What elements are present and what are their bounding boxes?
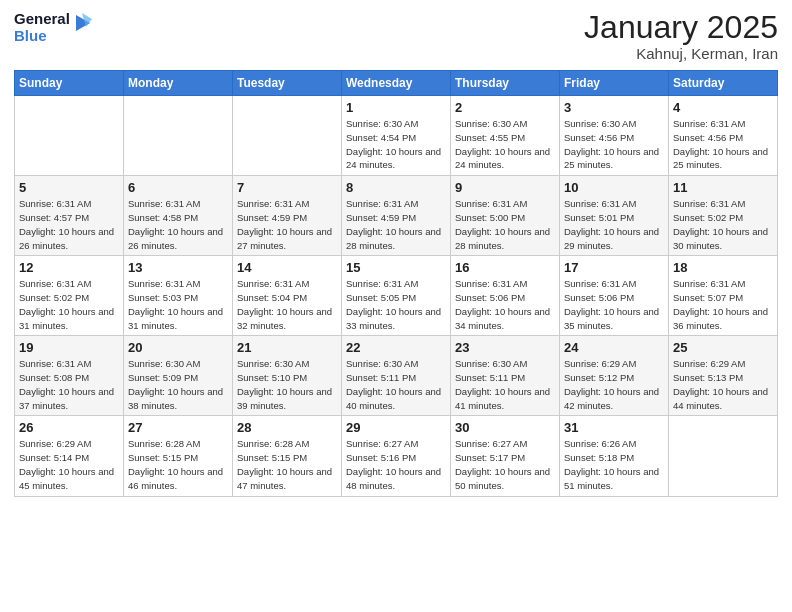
day-number: 1: [346, 100, 446, 115]
col-monday: Monday: [124, 71, 233, 96]
table-row: 21 Sunrise: 6:30 AMSunset: 5:10 PMDaylig…: [233, 336, 342, 416]
day-number: 22: [346, 340, 446, 355]
day-info: Sunrise: 6:31 AMSunset: 4:56 PMDaylight:…: [673, 117, 773, 172]
col-thursday: Thursday: [451, 71, 560, 96]
calendar-week-row: 19 Sunrise: 6:31 AMSunset: 5:08 PMDaylig…: [15, 336, 778, 416]
day-info: Sunrise: 6:31 AMSunset: 5:01 PMDaylight:…: [564, 197, 664, 252]
day-number: 13: [128, 260, 228, 275]
calendar-week-row: 5 Sunrise: 6:31 AMSunset: 4:57 PMDayligh…: [15, 176, 778, 256]
day-number: 16: [455, 260, 555, 275]
table-row: 18 Sunrise: 6:31 AMSunset: 5:07 PMDaylig…: [669, 256, 778, 336]
day-info: Sunrise: 6:30 AMSunset: 4:56 PMDaylight:…: [564, 117, 664, 172]
table-row: [15, 96, 124, 176]
day-number: 3: [564, 100, 664, 115]
day-info: Sunrise: 6:31 AMSunset: 5:02 PMDaylight:…: [673, 197, 773, 252]
table-row: 1 Sunrise: 6:30 AMSunset: 4:54 PMDayligh…: [342, 96, 451, 176]
day-info: Sunrise: 6:27 AMSunset: 5:17 PMDaylight:…: [455, 437, 555, 492]
col-friday: Friday: [560, 71, 669, 96]
table-row: 13 Sunrise: 6:31 AMSunset: 5:03 PMDaylig…: [124, 256, 233, 336]
location: Kahnuj, Kerman, Iran: [584, 45, 778, 62]
day-info: Sunrise: 6:31 AMSunset: 5:00 PMDaylight:…: [455, 197, 555, 252]
day-number: 10: [564, 180, 664, 195]
day-info: Sunrise: 6:30 AMSunset: 5:09 PMDaylight:…: [128, 357, 228, 412]
table-row: 9 Sunrise: 6:31 AMSunset: 5:00 PMDayligh…: [451, 176, 560, 256]
day-info: Sunrise: 6:29 AMSunset: 5:14 PMDaylight:…: [19, 437, 119, 492]
day-info: Sunrise: 6:31 AMSunset: 5:03 PMDaylight:…: [128, 277, 228, 332]
day-number: 26: [19, 420, 119, 435]
day-info: Sunrise: 6:29 AMSunset: 5:12 PMDaylight:…: [564, 357, 664, 412]
day-number: 7: [237, 180, 337, 195]
day-number: 30: [455, 420, 555, 435]
table-row: 31 Sunrise: 6:26 AMSunset: 5:18 PMDaylig…: [560, 416, 669, 496]
calendar-page: General Blue January 2025 Kahnuj, Kerman…: [0, 0, 792, 612]
day-info: Sunrise: 6:29 AMSunset: 5:13 PMDaylight:…: [673, 357, 773, 412]
day-number: 9: [455, 180, 555, 195]
table-row: 25 Sunrise: 6:29 AMSunset: 5:13 PMDaylig…: [669, 336, 778, 416]
day-info: Sunrise: 6:30 AMSunset: 4:55 PMDaylight:…: [455, 117, 555, 172]
month-title: January 2025: [584, 10, 778, 45]
table-row: 14 Sunrise: 6:31 AMSunset: 5:04 PMDaylig…: [233, 256, 342, 336]
day-info: Sunrise: 6:31 AMSunset: 5:07 PMDaylight:…: [673, 277, 773, 332]
day-number: 19: [19, 340, 119, 355]
table-row: 20 Sunrise: 6:30 AMSunset: 5:09 PMDaylig…: [124, 336, 233, 416]
table-row: 2 Sunrise: 6:30 AMSunset: 4:55 PMDayligh…: [451, 96, 560, 176]
day-info: Sunrise: 6:31 AMSunset: 5:05 PMDaylight:…: [346, 277, 446, 332]
day-info: Sunrise: 6:30 AMSunset: 5:10 PMDaylight:…: [237, 357, 337, 412]
day-info: Sunrise: 6:31 AMSunset: 5:08 PMDaylight:…: [19, 357, 119, 412]
table-row: 3 Sunrise: 6:30 AMSunset: 4:56 PMDayligh…: [560, 96, 669, 176]
day-number: 27: [128, 420, 228, 435]
table-row: [233, 96, 342, 176]
day-number: 15: [346, 260, 446, 275]
calendar-week-row: 12 Sunrise: 6:31 AMSunset: 5:02 PMDaylig…: [15, 256, 778, 336]
logo: General Blue: [14, 10, 94, 45]
day-info: Sunrise: 6:31 AMSunset: 4:59 PMDaylight:…: [237, 197, 337, 252]
day-info: Sunrise: 6:31 AMSunset: 4:58 PMDaylight:…: [128, 197, 228, 252]
table-row: 11 Sunrise: 6:31 AMSunset: 5:02 PMDaylig…: [669, 176, 778, 256]
header-row: Sunday Monday Tuesday Wednesday Thursday…: [15, 71, 778, 96]
day-number: 4: [673, 100, 773, 115]
col-sunday: Sunday: [15, 71, 124, 96]
day-number: 28: [237, 420, 337, 435]
day-number: 21: [237, 340, 337, 355]
table-row: 28 Sunrise: 6:28 AMSunset: 5:15 PMDaylig…: [233, 416, 342, 496]
day-info: Sunrise: 6:31 AMSunset: 5:02 PMDaylight:…: [19, 277, 119, 332]
table-row: 5 Sunrise: 6:31 AMSunset: 4:57 PMDayligh…: [15, 176, 124, 256]
day-info: Sunrise: 6:28 AMSunset: 5:15 PMDaylight:…: [237, 437, 337, 492]
col-tuesday: Tuesday: [233, 71, 342, 96]
table-row: [124, 96, 233, 176]
title-area: January 2025 Kahnuj, Kerman, Iran: [584, 10, 778, 62]
table-row: 7 Sunrise: 6:31 AMSunset: 4:59 PMDayligh…: [233, 176, 342, 256]
day-number: 24: [564, 340, 664, 355]
day-info: Sunrise: 6:30 AMSunset: 5:11 PMDaylight:…: [346, 357, 446, 412]
day-number: 12: [19, 260, 119, 275]
day-number: 17: [564, 260, 664, 275]
day-info: Sunrise: 6:31 AMSunset: 5:04 PMDaylight:…: [237, 277, 337, 332]
table-row: 30 Sunrise: 6:27 AMSunset: 5:17 PMDaylig…: [451, 416, 560, 496]
table-row: 26 Sunrise: 6:29 AMSunset: 5:14 PMDaylig…: [15, 416, 124, 496]
calendar-week-row: 26 Sunrise: 6:29 AMSunset: 5:14 PMDaylig…: [15, 416, 778, 496]
day-info: Sunrise: 6:31 AMSunset: 5:06 PMDaylight:…: [564, 277, 664, 332]
table-row: 15 Sunrise: 6:31 AMSunset: 5:05 PMDaylig…: [342, 256, 451, 336]
table-row: 17 Sunrise: 6:31 AMSunset: 5:06 PMDaylig…: [560, 256, 669, 336]
day-info: Sunrise: 6:31 AMSunset: 5:06 PMDaylight:…: [455, 277, 555, 332]
day-number: 25: [673, 340, 773, 355]
table-row: 23 Sunrise: 6:30 AMSunset: 5:11 PMDaylig…: [451, 336, 560, 416]
table-row: [669, 416, 778, 496]
table-row: 27 Sunrise: 6:28 AMSunset: 5:15 PMDaylig…: [124, 416, 233, 496]
day-info: Sunrise: 6:26 AMSunset: 5:18 PMDaylight:…: [564, 437, 664, 492]
day-number: 5: [19, 180, 119, 195]
day-info: Sunrise: 6:27 AMSunset: 5:16 PMDaylight:…: [346, 437, 446, 492]
calendar-week-row: 1 Sunrise: 6:30 AMSunset: 4:54 PMDayligh…: [15, 96, 778, 176]
day-info: Sunrise: 6:31 AMSunset: 4:59 PMDaylight:…: [346, 197, 446, 252]
table-row: 6 Sunrise: 6:31 AMSunset: 4:58 PMDayligh…: [124, 176, 233, 256]
table-row: 10 Sunrise: 6:31 AMSunset: 5:01 PMDaylig…: [560, 176, 669, 256]
day-number: 18: [673, 260, 773, 275]
table-row: 22 Sunrise: 6:30 AMSunset: 5:11 PMDaylig…: [342, 336, 451, 416]
day-info: Sunrise: 6:28 AMSunset: 5:15 PMDaylight:…: [128, 437, 228, 492]
day-info: Sunrise: 6:31 AMSunset: 4:57 PMDaylight:…: [19, 197, 119, 252]
table-row: 24 Sunrise: 6:29 AMSunset: 5:12 PMDaylig…: [560, 336, 669, 416]
day-number: 23: [455, 340, 555, 355]
day-number: 31: [564, 420, 664, 435]
col-wednesday: Wednesday: [342, 71, 451, 96]
table-row: 8 Sunrise: 6:31 AMSunset: 4:59 PMDayligh…: [342, 176, 451, 256]
